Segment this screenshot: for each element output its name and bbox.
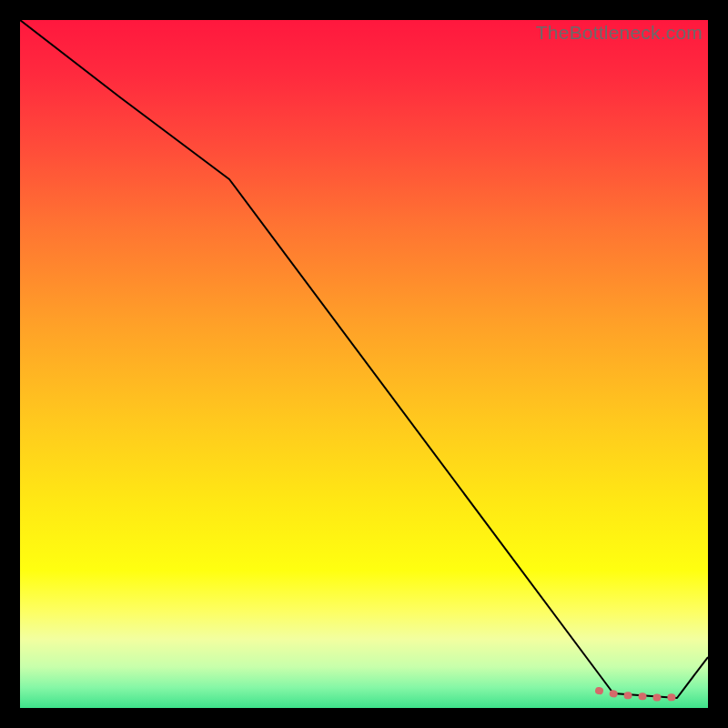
chart-line xyxy=(20,20,708,698)
chart-overlay xyxy=(20,20,708,708)
chart-frame: TheBottleneck.com xyxy=(0,0,728,728)
plot-area: TheBottleneck.com xyxy=(20,20,708,708)
